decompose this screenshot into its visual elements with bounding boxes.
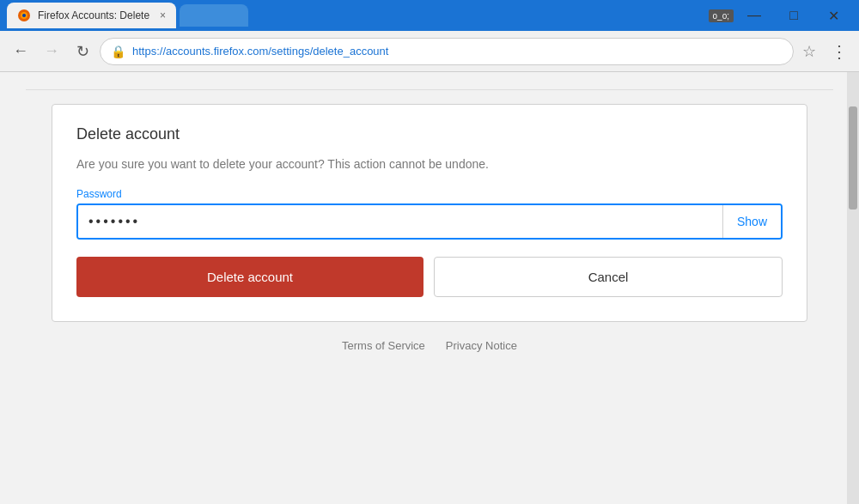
firefox-favicon-icon [17, 9, 31, 22]
window-profile-label: o_o; [709, 9, 734, 22]
dialog-title: Delete account [76, 125, 783, 143]
top-divider [26, 89, 833, 90]
bookmark-button[interactable]: ☆ [797, 39, 821, 64]
window-controls: o_o; — □ ✕ [709, 2, 852, 29]
password-field-container: Show [76, 203, 783, 240]
button-row: Delete account Cancel [76, 257, 783, 297]
close-button[interactable]: ✕ [814, 2, 852, 29]
inactive-tab[interactable] [180, 4, 248, 27]
delete-account-button[interactable]: Delete account [76, 257, 423, 297]
active-tab[interactable]: Firefox Accounts: Delete × [7, 3, 176, 28]
scrollbar[interactable] [847, 72, 859, 504]
restore-button[interactable]: □ [775, 2, 813, 29]
password-label: Password [76, 188, 783, 200]
back-button[interactable]: ← [7, 38, 34, 65]
page-content: Delete account Are you sure you want to … [0, 72, 859, 504]
content-area: Delete account Are you sure you want to … [26, 72, 833, 361]
cancel-button[interactable]: Cancel [434, 257, 783, 297]
url-base: https://accounts.firefox.com [132, 45, 268, 58]
tab-title: Firefox Accounts: Delete [38, 9, 149, 21]
title-bar: Firefox Accounts: Delete × o_o; — □ ✕ [0, 0, 859, 31]
privacy-notice-link[interactable]: Privacy Notice [446, 339, 517, 352]
tab-bar: Firefox Accounts: Delete × [7, 3, 248, 28]
svg-point-2 [22, 14, 26, 17]
scrollbar-thumb[interactable] [849, 106, 857, 209]
password-input[interactable] [78, 205, 722, 238]
address-bar: ← → ↻ 🔒 https://accounts.firefox.com/set… [0, 31, 859, 72]
dialog-description: Are you sure you want to delete your acc… [76, 157, 783, 171]
show-password-button[interactable]: Show [722, 205, 781, 238]
lock-icon: 🔒 [111, 45, 125, 58]
terms-of-service-link[interactable]: Terms of Service [342, 339, 425, 352]
browser-menu-button[interactable]: ⋮ [825, 38, 852, 65]
reload-button[interactable]: ↻ [69, 38, 96, 65]
url-bar[interactable]: 🔒 https://accounts.firefox.com/settings/… [100, 38, 794, 65]
forward-button: → [38, 38, 65, 65]
minimize-button[interactable]: — [735, 2, 773, 29]
url-path: /settings/delete_account [268, 45, 388, 58]
footer-links: Terms of Service Privacy Notice [26, 322, 833, 361]
url-display: https://accounts.firefox.com/settings/de… [132, 45, 783, 58]
delete-account-dialog: Delete account Are you sure you want to … [52, 104, 807, 322]
tab-close-button[interactable]: × [160, 9, 166, 21]
